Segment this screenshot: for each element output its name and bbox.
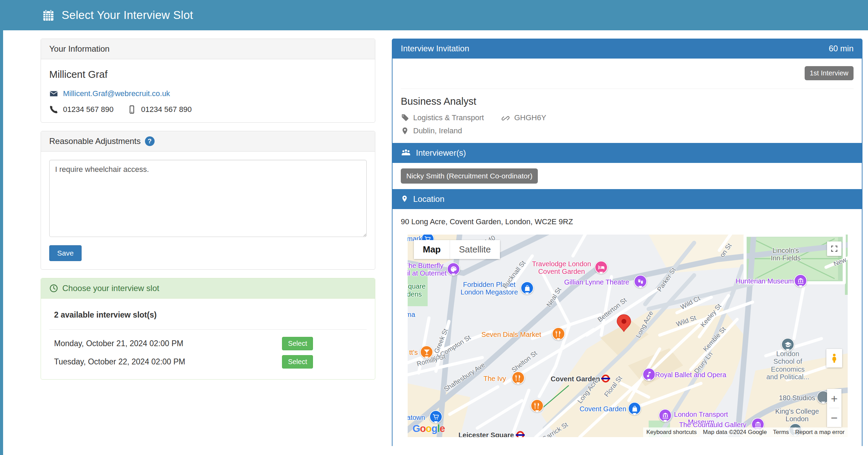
reasonable-adjustments-title: Reasonable Adjustments (49, 136, 141, 146)
atown-cart-icon[interactable] (429, 410, 442, 423)
left-column: Your Information Millicent Graf Millicen… (41, 39, 375, 388)
job-location: Dublin, Ireland (413, 126, 462, 135)
location-title: Location (413, 194, 445, 204)
invitation-duration: 60 min (829, 44, 854, 53)
map-canvas (408, 235, 848, 437)
map-poi-label[interactable]: Hunterian Museum (736, 277, 794, 285)
stage-badge: 1st Interview (805, 66, 854, 80)
link-icon (502, 114, 510, 122)
map-poi-label[interactable]: Seven Dials Market (481, 331, 541, 338)
map-poi-label[interactable]: 180 Studios (779, 394, 815, 402)
map-poi-label[interactable]: Square (408, 282, 426, 290)
travelodge-london-covent-garden-bed-icon[interactable] (595, 261, 608, 274)
candidate-name: Millicent Graf (49, 69, 367, 80)
map-poi-label[interactable]: The Butterfly rail at Outernet (408, 262, 447, 277)
google-logo[interactable]: Google (412, 423, 445, 434)
the-butterfly-rail-at-outernet-palette-icon[interactable] (447, 262, 460, 276)
royal-ballet-and-opera-music-icon[interactable] (642, 368, 656, 381)
candidate-mobile: 01234 567 890 (141, 105, 192, 114)
users-icon (401, 148, 411, 157)
help-icon[interactable]: ? (145, 136, 155, 146)
map-data-2024-google: Map data ©2024 Google (700, 427, 770, 437)
select-slot-button[interactable]: Select (282, 337, 313, 350)
job-category: Logistics & Transport (413, 113, 484, 122)
mobile-icon (127, 105, 136, 114)
map-poi-label[interactable]: The Ivy (483, 375, 506, 382)
poi-restaurant-icon[interactable] (531, 399, 544, 412)
adjustments-textarea[interactable]: I require wheelchair access. (49, 160, 367, 237)
map-type-control: Map Satellite (414, 240, 500, 259)
calendar-icon (42, 9, 55, 22)
job-location-row: Dublin, Ireland (401, 126, 854, 135)
slot-count: 2 available interview slot(s) (54, 310, 367, 320)
map-poi-label[interactable]: atown (408, 414, 425, 421)
interviewers-header: Interviewer(s) (393, 143, 862, 163)
london-school-of-economics-and-political-school-icon[interactable] (781, 338, 794, 351)
covent-garden-bag-icon[interactable] (628, 402, 641, 415)
tube-roundel-icon[interactable] (516, 431, 525, 437)
slot-divider (49, 329, 367, 330)
map-poi-label[interactable]: Lincoln's Inn Fields (771, 247, 801, 262)
map-button[interactable]: Map (414, 240, 450, 259)
map-poi-label[interactable]: Gillian Lynne Theatre (564, 278, 629, 286)
map-poi-label[interactable]: rdens (408, 290, 422, 298)
map-poi-label[interactable]: tt's (409, 349, 418, 356)
email-row: Millicent.Graf@webrecruit.co.uk (49, 89, 367, 98)
map-attribution: Keyboard shortcutsMap data ©2024 GoogleT… (643, 427, 848, 437)
forbidden-planet-london-megastore-bag-icon[interactable] (521, 281, 534, 294)
google-map[interactable]: markThe Butterfly rail at OuternetTravel… (408, 235, 848, 437)
pegman-streetview-control[interactable] (826, 349, 842, 368)
envelope-icon (49, 89, 58, 98)
reasonable-adjustments-panel: Reasonable Adjustments ? I require wheel… (41, 131, 375, 270)
choose-slot-title: Choose your interview slot (62, 283, 159, 293)
tube-roundel-icon[interactable] (601, 374, 610, 383)
job-meta-row: Logistics & Transport GHGH6Y (401, 113, 854, 122)
map-marker-icon (401, 127, 409, 135)
map-poi-label[interactable]: London School of Economics and Political… (766, 350, 809, 381)
slot-datetime: Monday, October 21, 2024 02:00 PM (54, 339, 183, 348)
your-information-title: Your Information (49, 44, 109, 54)
save-button[interactable]: Save (49, 245, 82, 261)
slot-datetime: Tuesday, October 22, 2024 02:00 PM (54, 357, 185, 366)
invitation-header: Interview Invitation 60 min (393, 39, 862, 59)
your-information-panel: Your Information Millicent Graf Millicen… (41, 39, 375, 123)
slot-list: Monday, October 21, 2024 02:00 PMSelectT… (49, 334, 367, 371)
map-poi-label[interactable]: Leicester Square (458, 431, 514, 437)
fullscreen-button[interactable] (827, 241, 841, 256)
hunterian-museum-museum-icon[interactable] (794, 274, 807, 287)
gillian-lynne-theatre-theatre-icon[interactable] (634, 275, 647, 288)
the-ivy-restaurant-icon[interactable] (512, 371, 525, 384)
location-marker-icon (401, 195, 408, 203)
interview-address: 90 Long Acre, Covent Garden, London, WC2… (401, 217, 854, 226)
invitation-body: 1st Interview Business Analyst Logistics… (393, 59, 862, 143)
zoom-in-button[interactable]: + (827, 389, 841, 408)
interviewers-body: Nicky Smith (Recruitment Co-ordinator) (393, 163, 862, 189)
your-information-header: Your Information (41, 39, 375, 59)
map-poi-label[interactable]: ma (408, 311, 415, 318)
candidate-phone: 01234 567 890 (63, 105, 114, 114)
terms[interactable]: Terms (770, 427, 792, 437)
map-poi-label[interactable]: Royal Ballet and Opera (655, 371, 726, 379)
seven-dials-market-restaurant-icon[interactable] (552, 327, 565, 340)
map-poi-label[interactable]: King's College London (775, 407, 819, 423)
report-a-map-error[interactable]: Report a map error (792, 427, 848, 437)
map-poi-label[interactable]: Covent Garden (579, 405, 626, 413)
invitation-divider (401, 89, 854, 89)
choose-slot-panel: Choose your interview slot 2 available i… (41, 278, 375, 380)
phone-row: 01234 567 890 01234 567 890 (49, 105, 367, 114)
satellite-button[interactable]: Satellite (450, 240, 500, 259)
candidate-email-link[interactable]: Millicent.Graf@webrecruit.co.uk (63, 89, 170, 98)
job-reference: GHGH6Y (514, 113, 546, 122)
reasonable-adjustments-header: Reasonable Adjustments ? (41, 131, 375, 152)
london-transport-museum-museum-icon[interactable] (659, 409, 672, 422)
zoom-out-button[interactable]: − (827, 408, 841, 427)
slot-row: Monday, October 21, 2024 02:00 PMSelect (49, 334, 367, 353)
interviewers-title: Interviewer(s) (416, 148, 466, 158)
phone-icon (49, 105, 58, 114)
job-title: Business Analyst (401, 96, 854, 107)
invitation-title: Interview Invitation (401, 44, 469, 53)
map-poi-label[interactable]: Travelodge London Covent Garden (532, 260, 591, 276)
keyboard-shortcuts[interactable]: Keyboard shortcuts (643, 427, 700, 437)
select-slot-button[interactable]: Select (282, 355, 313, 369)
interview-invitation-panel: Interview Invitation 60 min 1st Intervie… (392, 39, 862, 446)
